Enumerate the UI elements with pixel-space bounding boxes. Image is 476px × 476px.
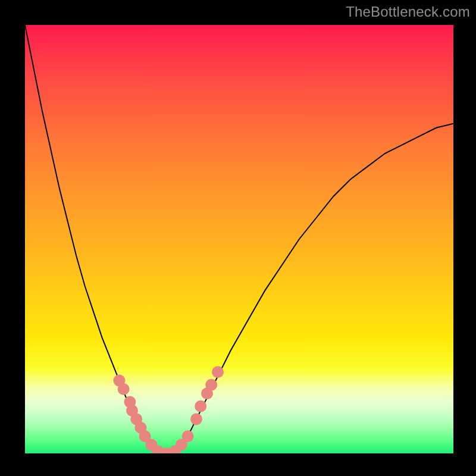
plot-area [25, 25, 453, 453]
highlight-dot [205, 379, 217, 391]
highlight-dot [118, 383, 130, 395]
curve-svg [25, 25, 453, 453]
watermark-text: TheBottleneck.com [346, 4, 470, 20]
chart-frame: TheBottleneck.com [0, 0, 476, 476]
highlight-dot [212, 366, 224, 378]
bottleneck-curve [25, 25, 453, 453]
highlight-dot [195, 400, 206, 412]
highlight-dot [190, 413, 202, 425]
highlight-dots-group [113, 366, 224, 453]
highlight-dot [182, 430, 194, 442]
